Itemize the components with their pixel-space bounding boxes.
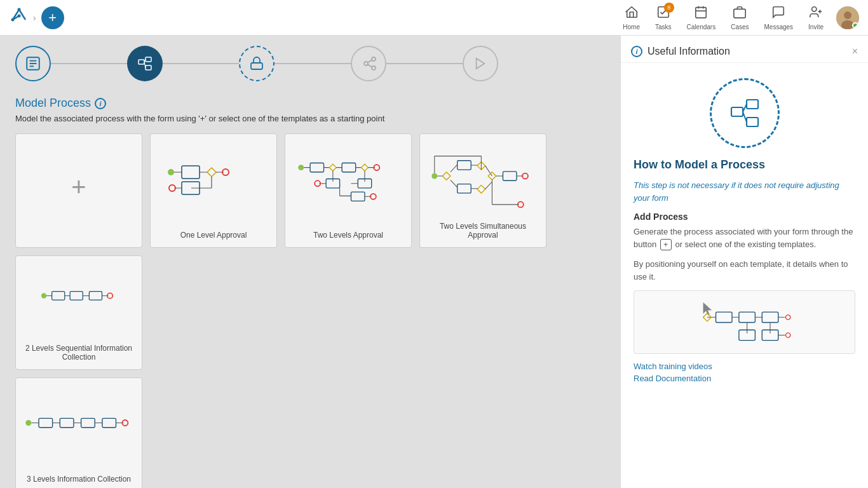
content-area: Model Process i Model the associated pro… [0, 36, 620, 488]
svg-rect-97 [89, 292, 102, 300]
invite-icon [809, 5, 823, 22]
nav-right: Home 8 Tasks Calenda [611, 3, 868, 33]
svg-line-70 [450, 165, 457, 172]
step-line-1 [51, 63, 127, 64]
svg-marker-35 [207, 168, 216, 177]
svg-rect-24 [251, 63, 262, 69]
svg-marker-80 [488, 172, 496, 180]
svg-line-23 [144, 62, 146, 68]
2-levels-seq-label: 2 Levels Sequential Information Collecti… [16, 344, 142, 362]
panel-header-title: i Useful Information [631, 46, 730, 57]
3-levels-diagram [16, 384, 142, 467]
panel-diagram-icon [710, 78, 780, 148]
svg-point-27 [372, 66, 376, 70]
model-info-icon[interactable]: i [95, 98, 106, 109]
svg-marker-30 [477, 58, 485, 69]
nav-tasks-label: Tasks [655, 24, 672, 30]
template-3-levels[interactable]: 3 Levels Information Collection [15, 377, 142, 488]
svg-rect-4 [696, 7, 707, 18]
2-levels-seq-diagram [16, 262, 142, 345]
svg-rect-21 [146, 65, 151, 70]
one-level-diagram [151, 140, 276, 223]
read-docs-link[interactable]: Read Documentation [634, 374, 855, 383]
svg-line-74 [485, 166, 492, 176]
model-title-text: Model Process [15, 97, 91, 110]
nav-home[interactable]: Home [616, 3, 646, 33]
svg-point-67 [431, 173, 437, 179]
template-add[interactable]: + [15, 133, 142, 248]
svg-rect-95 [70, 292, 83, 300]
cases-icon [733, 5, 747, 22]
nav-cases[interactable]: Cases [724, 3, 755, 33]
nav-left: › + [0, 6, 611, 29]
panel-info-icon: i [631, 46, 642, 57]
panel-note: This step is not necessary if it does no… [634, 179, 855, 204]
svg-rect-108 [102, 418, 116, 427]
step-line-3 [275, 63, 351, 64]
panel-title-text: Useful Information [648, 46, 730, 57]
step-1-circle [15, 46, 51, 81]
step-5[interactable] [463, 46, 498, 81]
svg-point-1 [18, 8, 21, 11]
breadcrumb-chevron: › [33, 13, 36, 23]
model-section: Model Process i Model the associated pro… [0, 92, 620, 488]
nav-home-label: Home [623, 24, 640, 30]
svg-point-100 [25, 420, 31, 426]
top-navigation: › + Home 8 Tasks [0, 0, 868, 36]
svg-point-44 [298, 165, 304, 170]
svg-marker-48 [329, 164, 336, 171]
template-one-level[interactable]: One Level Approval [150, 133, 277, 248]
step-4[interactable] [351, 46, 386, 81]
template-two-levels[interactable]: Two Levels Approval [285, 133, 412, 248]
panel-add-process-text: Generate the process associated with you… [634, 226, 855, 250]
nav-tasks[interactable]: 8 Tasks [649, 3, 678, 33]
svg-rect-93 [52, 292, 65, 300]
panel-body: How to Model a Process This step is not … [621, 158, 868, 396]
step-1[interactable] [15, 46, 51, 81]
template-2-levels-seq[interactable]: 2 Levels Sequential Information Collecti… [15, 255, 142, 370]
svg-point-2 [18, 14, 21, 17]
add-icon: + [71, 174, 86, 200]
add-button[interactable]: + [41, 6, 64, 29]
watch-videos-link[interactable]: Watch training videos [634, 362, 855, 371]
svg-marker-69 [442, 172, 451, 180]
svg-rect-76 [457, 184, 471, 193]
online-indicator [852, 22, 858, 29]
nav-calendars-label: Calendars [687, 24, 716, 30]
two-levels-sim-label: Two Levels Simultaneous Approval [420, 222, 546, 240]
steps-bar [0, 36, 620, 92]
step-3[interactable] [239, 46, 275, 81]
step-2[interactable] [127, 46, 163, 81]
panel-add-process-title: Add Process [634, 212, 855, 222]
svg-point-0 [11, 18, 15, 21]
svg-rect-112 [747, 100, 758, 109]
right-panel: i Useful Information × How to Model a Pr… [620, 36, 868, 488]
template-two-levels-sim[interactable]: Two Levels Simultaneous Approval [419, 133, 546, 248]
one-level-label: One Level Approval [175, 231, 252, 240]
step-2-circle [127, 46, 163, 81]
user-avatar-wrap[interactable] [832, 4, 863, 32]
tasks-badge: 8 [664, 3, 674, 13]
svg-rect-50 [342, 163, 355, 172]
svg-marker-52 [362, 164, 369, 171]
templates-grid-row2: 3 Levels Information Collection [15, 377, 605, 488]
logo-icon [10, 7, 28, 29]
two-levels-diagram [285, 140, 411, 223]
svg-point-26 [372, 57, 376, 61]
tasks-icon: 8 [656, 5, 670, 22]
plus-inline-icon: + [660, 239, 672, 250]
nav-calendars[interactable]: Calendars [681, 3, 722, 33]
svg-rect-19 [139, 60, 144, 64]
panel-heading: How to Model a Process [634, 158, 855, 172]
nav-invite[interactable]: Invite [802, 3, 830, 33]
nav-messages[interactable]: Messages [758, 3, 800, 33]
svg-rect-106 [81, 418, 95, 427]
svg-rect-71 [457, 161, 471, 170]
svg-rect-111 [731, 107, 743, 116]
svg-marker-78 [477, 185, 485, 193]
panel-close-button[interactable]: × [852, 46, 858, 57]
two-levels-label: Two Levels Approval [308, 231, 388, 240]
svg-rect-46 [310, 163, 323, 172]
step-4-circle [351, 46, 386, 81]
panel-preview [634, 290, 855, 354]
